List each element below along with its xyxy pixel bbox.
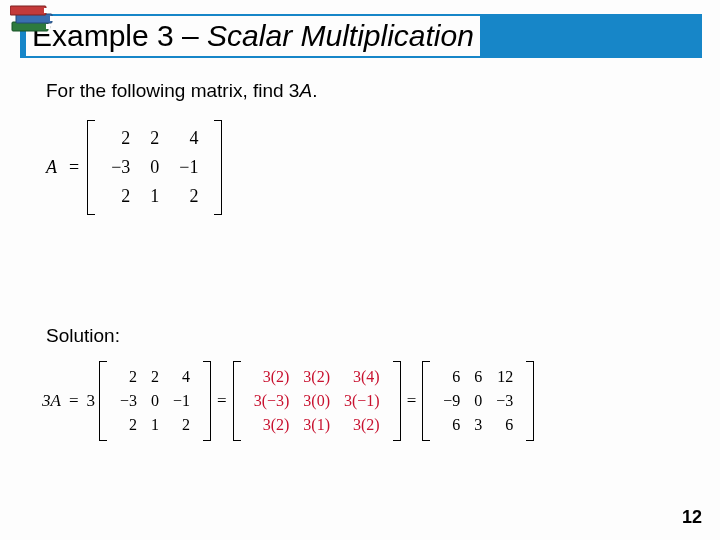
bracket-right-icon (203, 361, 211, 441)
books-icon (10, 2, 56, 38)
slide-body: For the following matrix, find 3A. A = 2… (46, 80, 674, 441)
equals-sign: = (65, 157, 83, 178)
svg-rect-2 (10, 6, 46, 15)
equals-sign: = (65, 391, 83, 411)
matrix-body-expanded: 3(2)3(2)3(4) 3(−3)3(0)3(−1) 3(2)3(1)3(2) (241, 361, 393, 441)
matrix-a: 224 −30−1 212 (87, 120, 222, 215)
slide-title: Example 3 – Scalar Multiplication (26, 16, 480, 56)
prompt-tail: . (312, 80, 317, 101)
title-italic: Scalar Multiplication (207, 19, 474, 52)
solution-matrix-step2: 3(2)3(2)3(4) 3(−3)3(0)3(−1) 3(2)3(1)3(2) (233, 361, 401, 441)
bracket-left-icon (87, 120, 95, 215)
matrix-body-result: 6612 −90−3 636 (430, 361, 526, 441)
matrix-a-definition: A = 224 −30−1 212 (46, 120, 674, 215)
bracket-left-icon (233, 361, 241, 441)
bracket-left-icon (422, 361, 430, 441)
prompt-var: A (299, 80, 312, 101)
solution-matrix-result: 6612 −90−3 636 (422, 361, 534, 441)
problem-prompt: For the following matrix, find 3A. (46, 80, 674, 102)
svg-rect-3 (44, 8, 48, 13)
solution-lhs: 3A (42, 391, 63, 411)
matrix-a-body: 224 −30−1 212 (95, 120, 214, 215)
page-number: 12 (682, 507, 702, 528)
equals-sign: = (213, 391, 231, 411)
matrix-body: 224 −30−1 212 (107, 361, 203, 441)
prompt-lead: For the following matrix, find 3 (46, 80, 299, 101)
svg-rect-4 (50, 16, 54, 21)
bracket-right-icon (393, 361, 401, 441)
svg-rect-5 (46, 24, 50, 29)
title-prefix: Example 3 – (32, 19, 207, 52)
bracket-right-icon (214, 120, 222, 215)
scalar-three: 3 (84, 391, 97, 411)
solution-heading: Solution: (46, 325, 674, 347)
solution-equation: 3A = 3 224 −30−1 212 = 3(2)3(2)3(4) 3(−3… (42, 361, 674, 441)
solution-matrix-step1: 224 −30−1 212 (99, 361, 211, 441)
bracket-left-icon (99, 361, 107, 441)
matrix-a-lhs: A (46, 157, 61, 178)
title-bar: Example 3 – Scalar Multiplication (20, 14, 702, 58)
bracket-right-icon (526, 361, 534, 441)
equals-sign: = (403, 391, 421, 411)
